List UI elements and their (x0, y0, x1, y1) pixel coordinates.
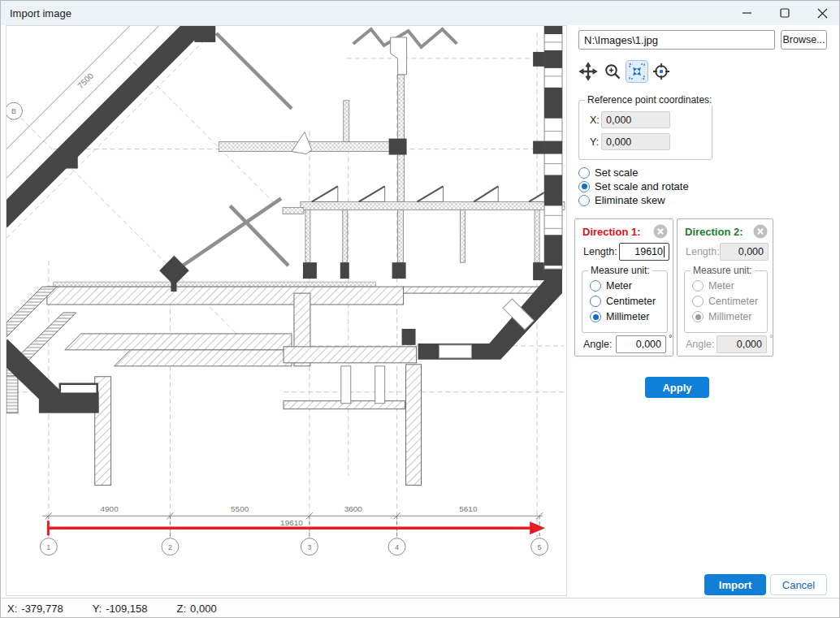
text-caret (664, 246, 665, 257)
floor-plan-drawing: 7500 (6, 26, 566, 595)
maximize-button[interactable] (766, 1, 803, 25)
door-opening (391, 37, 407, 75)
window (439, 345, 471, 358)
dimension-label: 7500 (76, 71, 96, 90)
svg-text:4: 4 (395, 543, 399, 551)
reference-point-group: Reference point coordinates: X: 0,000 Y:… (578, 100, 712, 160)
degree-symbol: ° (769, 333, 773, 343)
zoom-in-icon (604, 63, 621, 80)
radio-set-scale[interactable]: Set scale (578, 166, 638, 179)
measure-unit-title: Measure unit: (691, 265, 755, 276)
angle-label: Angle: (583, 339, 612, 350)
cancel-button[interactable]: Cancel (770, 574, 827, 595)
maximize-icon (780, 8, 790, 18)
angle-label: Angle: (686, 339, 714, 350)
radio-millimeter[interactable]: Millimeter (692, 311, 751, 322)
radio-meter[interactable]: Meter (590, 280, 632, 292)
direction1-panel: Direction 1: Length: 19610 Measure unit:… (574, 218, 673, 357)
length-label: Length: (583, 246, 617, 257)
import-image-dialog: { "window": { "title": "Import image" },… (0, 0, 840, 618)
status-z-value: 0,000 (190, 603, 217, 615)
apply-button[interactable]: Apply (645, 377, 709, 398)
radio-millimeter[interactable]: Millimeter (590, 311, 649, 322)
grid-bubbles: 1 2 3 4 5 (40, 538, 548, 555)
status-x-label: X: (7, 603, 17, 615)
close-button[interactable] (803, 1, 840, 25)
diagonal-dimension: 7500 (6, 26, 165, 184)
status-x-value: -379,778 (21, 603, 63, 615)
import-button[interactable]: Import (704, 574, 766, 595)
shaft (375, 366, 385, 404)
crosshatch-walls (219, 75, 565, 262)
status-y-value: -109,158 (106, 603, 147, 615)
file-path-value: N:\Images\1.jpg (584, 34, 658, 46)
statusbar: X: -379,778 Y: -109,158 Z: 0,000 (1, 598, 840, 618)
length-label: Length: (686, 246, 720, 257)
zoom-in-button[interactable] (601, 60, 624, 83)
radio-meter[interactable]: Meter (692, 280, 734, 292)
radio-centimeter[interactable]: Centimeter (590, 296, 656, 307)
zoom-extents-button[interactable] (626, 60, 648, 83)
svg-text:1: 1 (46, 543, 50, 551)
svg-text:4900: 4900 (101, 504, 119, 513)
pan-button[interactable] (577, 60, 600, 83)
ref-y-label: Y: (590, 136, 599, 148)
direction1-title: Direction 1: (582, 226, 641, 238)
measure-unit-title: Measure unit: (588, 265, 652, 276)
pick-reference-point-button[interactable] (650, 60, 673, 83)
zoom-extents-icon (628, 63, 646, 80)
direction2-length-input[interactable]: 0,000 (720, 243, 769, 261)
svg-text:5: 5 (538, 543, 542, 551)
svg-text:19610: 19610 (280, 518, 303, 527)
direction2-title: Direction 2: (685, 226, 743, 238)
radio-circle (578, 167, 590, 179)
measure-unit-group: Measure unit: Meter Centimeter Millimete… (582, 270, 668, 333)
pan-icon (579, 63, 597, 80)
svg-text:3600: 3600 (344, 504, 363, 513)
direction1-length-input[interactable]: 19610 (619, 243, 669, 261)
file-path-input[interactable]: N:\Images\1.jpg (578, 30, 775, 50)
svg-text:B: B (11, 107, 16, 115)
direction2-close-icon[interactable] (753, 224, 768, 239)
status-y-label: Y: (93, 603, 102, 615)
direction2-angle-input[interactable]: 0,000 (717, 335, 767, 353)
direction1-angle-input[interactable]: 0,000 (616, 335, 666, 353)
minimize-button[interactable] (729, 1, 766, 25)
reference-group-title: Reference point coordinates: (585, 94, 714, 106)
shaft (341, 366, 351, 404)
radio-circle (578, 195, 590, 206)
direction1-close-icon[interactable] (653, 224, 668, 239)
ref-x-input[interactable]: 0,000 (601, 111, 670, 128)
ref-y-input[interactable]: 0,000 (601, 133, 670, 150)
radio-centimeter[interactable]: Centimeter (692, 296, 758, 307)
degree-symbol: ° (669, 333, 672, 343)
ref-x-label: X: (590, 115, 600, 126)
close-icon (817, 8, 828, 19)
preview-toolbar (577, 60, 673, 83)
radio-set-scale-and-rotate[interactable]: Set scale and rotate (578, 180, 689, 192)
svg-text:3: 3 (307, 543, 311, 551)
measure-unit-group: Measure unit: Meter Centimeter Millimete… (684, 270, 768, 333)
dimension-chain: 4900 5500 3600 5610 19610 (42, 504, 543, 538)
svg-text:2: 2 (168, 543, 172, 551)
window-title: Import image (1, 7, 71, 19)
minimize-icon (743, 8, 752, 18)
pick-reference-point-icon (652, 63, 670, 80)
svg-text:5500: 5500 (231, 504, 249, 513)
titlebar: Import image (1, 1, 840, 25)
grid-bubble-row: B (6, 102, 22, 119)
image-preview-canvas[interactable]: 7500 (6, 25, 567, 596)
status-z-label: Z: (177, 603, 187, 615)
direction2-panel: Direction 2: Length: 0,000 Measure unit:… (677, 218, 773, 357)
radio-eliminate-skew[interactable]: Eliminate skew (578, 194, 665, 206)
radio-circle (578, 181, 590, 192)
browse-button[interactable]: Browse... (781, 30, 827, 50)
svg-text:5610: 5610 (459, 504, 478, 513)
